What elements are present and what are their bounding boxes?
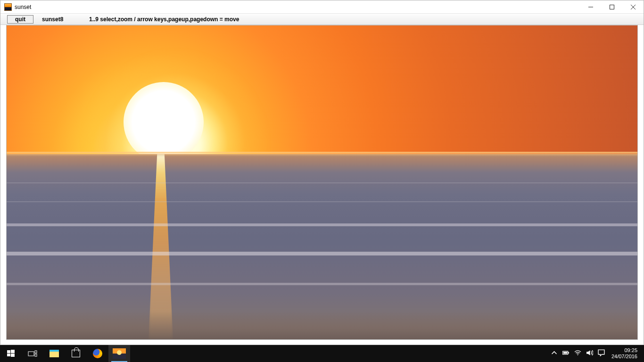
store-icon	[72, 350, 80, 357]
minimize-button[interactable]	[580, 0, 601, 13]
task-view-button[interactable]	[22, 345, 43, 362]
current-file-label: sunset8	[42, 16, 89, 23]
wave	[7, 182, 637, 183]
svg-rect-5	[28, 352, 34, 356]
wave	[7, 201, 637, 202]
svg-rect-10	[563, 352, 567, 354]
svg-rect-7	[35, 354, 37, 356]
svg-rect-2	[11, 350, 15, 353]
tray-overflow-button[interactable]	[551, 349, 558, 358]
close-icon	[631, 5, 636, 9]
wave	[7, 223, 637, 226]
windows-icon	[7, 350, 15, 357]
foreshore	[7, 311, 637, 339]
wifi-icon	[574, 349, 581, 356]
svg-rect-9	[568, 352, 569, 354]
app-window: sunset quit sunset8 1..9 select,zoom / a…	[0, 0, 644, 345]
close-button[interactable]	[622, 0, 644, 13]
svg-rect-6	[35, 351, 37, 353]
svg-rect-3	[7, 354, 10, 356]
wifi-button[interactable]	[574, 349, 581, 358]
clock-date: 24/07/2016	[611, 354, 637, 360]
window-title: sunset	[15, 4, 31, 10]
image-canvas[interactable]	[6, 25, 638, 340]
wave	[7, 283, 637, 285]
taskbar-clock[interactable]: 09:25 24/07/2016	[610, 347, 641, 359]
keyboard-help-text: 1..9 select,zoom / arrow keys,pageup,pag…	[89, 16, 239, 23]
explorer-icon	[50, 350, 59, 357]
svg-point-11	[578, 354, 578, 355]
sunset-app-taskbar-button[interactable]	[108, 345, 130, 362]
action-center-button[interactable]	[598, 349, 605, 358]
wave	[7, 252, 637, 255]
battery-button[interactable]	[562, 349, 570, 358]
svg-rect-4	[11, 354, 15, 357]
app-icon	[4, 3, 12, 11]
viewport	[0, 25, 644, 345]
firefox-icon	[93, 349, 102, 358]
toolbar: quit sunset8 1..9 select,zoom / arrow ke…	[0, 14, 644, 25]
action-center-icon	[598, 349, 605, 356]
titlebar[interactable]: sunset	[0, 0, 644, 14]
minimize-icon	[588, 5, 593, 9]
taskbar: 09:25 24/07/2016	[0, 345, 644, 362]
maximize-button[interactable]	[601, 0, 622, 13]
clock-time: 09:25	[611, 347, 637, 354]
quit-button[interactable]: quit	[7, 15, 33, 24]
file-explorer-button[interactable]	[43, 345, 65, 362]
chevron-up-icon	[551, 349, 558, 356]
volume-button[interactable]	[586, 349, 593, 358]
maximize-icon	[610, 5, 614, 9]
start-button[interactable]	[0, 345, 22, 362]
taskview-icon	[28, 350, 37, 357]
svg-rect-1	[7, 350, 10, 353]
sunset-app-icon	[113, 348, 126, 359]
window-controls	[580, 0, 644, 13]
taskbar-apps	[0, 345, 130, 362]
battery-icon	[562, 349, 570, 356]
store-button[interactable]	[65, 345, 87, 362]
horizon-glow	[7, 152, 637, 156]
firefox-button[interactable]	[87, 345, 108, 362]
svg-rect-0	[610, 5, 614, 9]
system-tray: 09:25 24/07/2016	[546, 345, 644, 362]
sun	[124, 82, 204, 162]
volume-icon	[586, 349, 593, 356]
